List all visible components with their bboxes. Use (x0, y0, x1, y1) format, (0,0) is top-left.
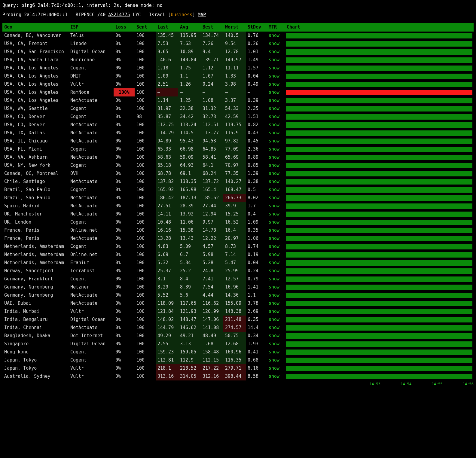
cell-chart (285, 56, 474, 64)
header-best[interactable]: Best (201, 23, 223, 32)
mtr-show-link[interactable]: show (269, 73, 279, 79)
mtr-show-link[interactable]: show (269, 195, 279, 200)
cell-stdev: 6.35 (246, 316, 267, 324)
cell-chart (285, 202, 474, 210)
mtr-show-link[interactable]: show (269, 341, 279, 347)
header-geo[interactable]: Geo (2, 23, 69, 32)
cell-mtr: show (267, 48, 285, 56)
cell-geo: USA, CO, Denver (2, 113, 69, 121)
cell-mtr: show (267, 72, 285, 80)
mtr-show-link[interactable]: show (269, 211, 279, 217)
mtr-show-link[interactable]: show (269, 65, 279, 71)
mtr-show-link[interactable]: show (269, 365, 279, 371)
cell-isp: Online.net (69, 226, 114, 234)
mini-chart (286, 90, 472, 95)
table-row: SingaporeDigital Ocean0%1002.553.131.681… (2, 340, 474, 348)
cell-geo: USA, VA, Ashburn (2, 153, 69, 161)
mtr-show-link[interactable]: show (269, 317, 279, 322)
header-last[interactable]: Last (156, 23, 178, 32)
header-avg[interactable]: Avg (178, 23, 201, 32)
mtr-show-link[interactable]: show (269, 49, 279, 54)
mtr-show-link[interactable]: show (269, 284, 279, 290)
mtr-show-link[interactable]: show (269, 292, 279, 298)
table-row: Netherlands, AmsterdamEranium0%1005.325.… (2, 259, 474, 267)
cell-chart (285, 243, 474, 251)
mtr-show-link[interactable]: show (269, 138, 279, 144)
mtr-show-link[interactable]: show (269, 203, 279, 209)
cell-stdev: 0.35 (246, 226, 267, 234)
mtr-show-link[interactable]: show (269, 244, 279, 249)
cell-avg: 13.43 (178, 234, 201, 243)
mtr-show-link[interactable]: show (269, 357, 279, 363)
mtr-show-link[interactable]: show (269, 57, 279, 63)
cell-worst: 77.09 (223, 145, 246, 153)
cell-stdev: 2.69 (246, 307, 267, 316)
cell-last: 35.87 (156, 113, 178, 121)
cell-stdev: 0.82 (246, 121, 267, 129)
header-worst[interactable]: Worst (223, 23, 246, 32)
mtr-show-link[interactable]: show (269, 309, 279, 314)
mtr-show-link[interactable]: show (269, 98, 279, 103)
mtr-show-link[interactable]: show (269, 171, 279, 176)
map-link[interactable]: MAP (198, 12, 206, 17)
cell-avg: 11.06 (178, 218, 201, 226)
mtr-show-link[interactable]: show (269, 90, 279, 95)
cell-loss: 0% (114, 340, 135, 348)
cell-isp: Hetzner (69, 283, 114, 291)
mtr-show-link[interactable]: show (269, 374, 279, 379)
mtr-show-link[interactable]: show (269, 325, 279, 330)
mtr-show-link[interactable]: show (269, 260, 279, 265)
mtr-show-link[interactable]: show (269, 130, 279, 136)
mtr-show-link[interactable]: show (269, 219, 279, 225)
mtr-show-link[interactable]: show (269, 227, 279, 233)
mtr-show-link[interactable]: show (269, 81, 279, 87)
mtr-show-link[interactable]: show (269, 333, 279, 338)
cell-chart (285, 210, 474, 218)
table-row: USA, VA, AshburnNetActuate0%10058.6359.0… (2, 153, 474, 161)
mtr-show-link[interactable]: show (269, 179, 279, 184)
mtr-show-link[interactable]: show (269, 122, 279, 127)
cell-last: 135.45 (156, 32, 178, 40)
header-sent[interactable]: Sent (135, 23, 156, 32)
asn-link[interactable]: AS214775 (108, 12, 130, 17)
cell-geo: USA, IL, Chicago (2, 137, 69, 145)
cell-loss: 100% (114, 88, 135, 96)
header-loss[interactable]: Loss (114, 23, 135, 32)
cell-sent: 100 (135, 267, 156, 275)
cell-isp: Vultr (69, 372, 114, 380)
cell-last: 16.16 (156, 226, 178, 234)
mtr-show-link[interactable]: show (269, 187, 279, 192)
header-stdev[interactable]: StDev (246, 23, 267, 32)
cell-isp: Cogent (69, 348, 114, 356)
cell-stdev: 0.19 (246, 251, 267, 259)
cell-last: 118.09 (156, 299, 178, 307)
mtr-show-link[interactable]: show (269, 154, 279, 160)
mtr-show-link[interactable]: show (269, 114, 279, 119)
cell-last: 218.1 (156, 364, 178, 372)
mtr-show-link[interactable]: show (269, 276, 279, 282)
mtr-show-link[interactable]: show (269, 268, 279, 273)
cell-last: 14.11 (156, 210, 178, 218)
header-mtr[interactable]: MTR (267, 23, 285, 32)
cell-isp: Cogent (69, 186, 114, 194)
cell-worst: 97.82 (223, 137, 246, 145)
cell-stdev: 0.68 (246, 356, 267, 364)
mtr-show-link[interactable]: show (269, 301, 279, 306)
mtr-show-link[interactable]: show (269, 146, 279, 152)
header-isp[interactable]: ISP (69, 23, 114, 32)
mtr-show-link[interactable]: show (269, 349, 279, 355)
cell-avg: 5.09 (178, 243, 201, 251)
mtr-show-link[interactable]: show (269, 33, 279, 38)
cell-isp: NetActuate (69, 210, 114, 218)
cell-isp: Cogent (69, 356, 114, 364)
mtr-show-link[interactable]: show (269, 236, 279, 241)
mtr-show-link[interactable]: show (269, 163, 279, 168)
header-chart[interactable]: Chart (285, 23, 474, 32)
mtr-show-link[interactable]: show (269, 41, 279, 46)
cell-mtr: show (267, 324, 285, 332)
cell-mtr: show (267, 121, 285, 129)
cell-loss: 0% (114, 137, 135, 145)
mtr-show-link[interactable]: show (269, 252, 279, 257)
mtr-show-link[interactable]: show (269, 106, 279, 111)
cell-worst: 140.5 (223, 32, 246, 40)
